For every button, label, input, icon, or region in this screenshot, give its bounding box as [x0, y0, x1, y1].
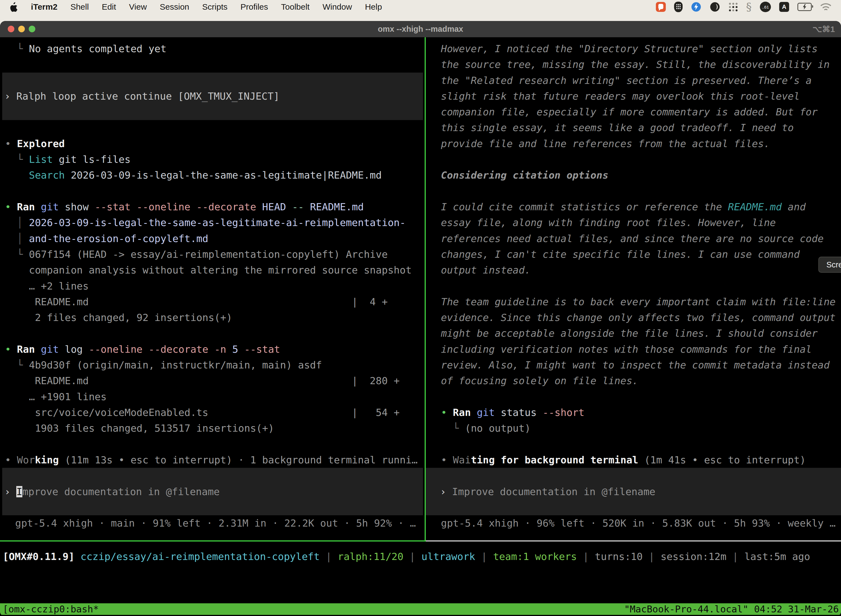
text-segment: and-the-erosion-of-copyleft.md	[29, 233, 208, 244]
text-segment: |	[727, 551, 744, 562]
text-segment: provide file and line references from th…	[441, 138, 770, 149]
menu-item-edit[interactable]: Edit	[102, 2, 116, 12]
terminal-line: └ 067f154 (HEAD -> essay/ai-reimplementa…	[5, 246, 425, 262]
terminal-line: However, I noticed the "Directory Struct…	[441, 41, 841, 57]
terminal-line: • Ran git log --oneline --decorate -n 5 …	[5, 342, 425, 357]
squiggle-icon[interactable]: §	[746, 0, 752, 13]
apple-menu-icon[interactable]	[9, 1, 19, 12]
left-prompt-input[interactable]: › Improve documentation in @filename	[2, 468, 423, 515]
text-segment: │	[5, 233, 29, 244]
terminal-line: … +2 lines	[5, 278, 425, 294]
bolt-badge-icon[interactable]	[691, 1, 701, 12]
menu-item-scripts[interactable]: Scripts	[202, 2, 228, 12]
terminal-line: might be acceptable alongside the file l…	[441, 326, 841, 341]
wifi-icon[interactable]	[820, 3, 832, 11]
terminal-line: • Explored	[5, 136, 425, 151]
terminal-line	[5, 326, 425, 341]
text-segment: Considering citation options	[441, 169, 608, 181]
text-segment: git ls-files	[59, 154, 130, 165]
menu-item-window[interactable]: Window	[322, 2, 352, 12]
text-segment: 2 files changed, 92 insertions(+)	[35, 312, 232, 323]
text-segment	[5, 407, 35, 418]
right-pane[interactable]: However, I noticed the "Directory Struct…	[426, 37, 841, 540]
text-segment	[5, 422, 35, 434]
text-segment: README.md | 4 +	[35, 296, 388, 308]
terminal-line: companion analysis without altering the …	[5, 262, 425, 278]
shield-icon[interactable]	[674, 1, 683, 12]
text-segment	[5, 264, 29, 276]
left-pane[interactable]: └ No agents completed yet › Ralph loop a…	[0, 37, 425, 540]
chat-bubble-icon[interactable]	[656, 2, 666, 12]
window-title: omx --xhigh --madmax	[0, 25, 841, 34]
text-segment: --stat	[244, 343, 280, 355]
battery-icon[interactable]	[797, 3, 812, 11]
terminal-line: Considering citation options	[441, 167, 841, 183]
menu-bar-status-icons: § ..61 A	[656, 0, 832, 13]
text-segment: I	[16, 486, 22, 497]
text-segment: evidence. Since this change only affects…	[441, 312, 835, 323]
terminal-line: • Working (11m 13s • esc to interrupt) ·…	[5, 452, 425, 468]
menu-item-session[interactable]: Session	[160, 2, 189, 12]
input-source-icon[interactable]: A	[779, 2, 789, 12]
terminal-line	[441, 278, 841, 294]
text-segment: •	[441, 407, 453, 418]
text-segment: the source tree, missing the essay. Stil…	[441, 59, 830, 70]
text-segment: 1903 files changed, 513517 insertions(+)	[35, 422, 274, 434]
terminal-line	[5, 120, 425, 136]
terminal-line	[441, 389, 841, 405]
menu-item-shell[interactable]: Shell	[70, 2, 89, 12]
text-segment: However, I noticed the "Directory Struct…	[441, 43, 818, 54]
text-segment: 4b9d30f (origin/main, instructkr/main, m…	[29, 359, 322, 371]
text-segment	[5, 169, 29, 181]
window-titlebar[interactable]: omx --xhigh --madmax ⌥⌘1	[0, 21, 841, 37]
text-segment: 2026-03-09-is-legal-the-same-as-legitima…	[29, 217, 406, 228]
tmux-session-label: [omx-cczip0:bash*	[3, 603, 99, 615]
text-segment: Wai	[453, 454, 471, 466]
terminal-line	[5, 436, 425, 452]
text-segment: README.md	[728, 201, 782, 213]
menu-item-profiles[interactable]: Profiles	[240, 2, 268, 12]
terminal-line: • Ran git show --stat --oneline --decora…	[5, 199, 425, 215]
terminal-line: output instead.	[441, 262, 841, 278]
text-segment: Explored	[17, 138, 64, 149]
moon-icon[interactable]	[710, 1, 720, 12]
terminal-line: slight risk that future readers may over…	[441, 88, 841, 104]
text-segment: git	[41, 201, 65, 213]
text-segment: --oneline	[89, 343, 148, 355]
text-segment: the "Related research writing" section i…	[441, 75, 812, 86]
text-segment: status	[501, 407, 543, 418]
right-prompt-input[interactable]: › Improve documentation in @filename	[426, 468, 841, 515]
text-segment: and	[782, 201, 806, 213]
terminal-line: 2 files changed, 92 insertions(+)	[5, 309, 425, 326]
text-segment: [OMX#0.11.9]	[3, 551, 81, 562]
text-segment: companion file, especially if more comme…	[441, 106, 818, 117]
terminal-line: … +1901 lines	[5, 389, 425, 405]
percent-badge-icon[interactable]: ..61	[760, 1, 771, 12]
text-segment: No agents completed yet	[29, 43, 167, 54]
text-segment: •	[441, 454, 453, 466]
text-segment: (11m 13s • esc to interrupt) · 1 backgro…	[59, 454, 418, 466]
text-segment: slight risk that future readers may over…	[441, 91, 800, 102]
text-segment: •	[5, 343, 17, 355]
text-segment: |	[403, 551, 421, 562]
text-segment: review. Also, I might want to inspect th…	[441, 359, 830, 371]
text-segment: │	[5, 217, 29, 228]
dots-grid-icon[interactable]	[728, 2, 738, 12]
terminal-line: README.md | 280 +	[5, 373, 425, 389]
menu-item-help[interactable]: Help	[365, 2, 382, 12]
ralph-loop-box: › Ralph loop active continue [OMX_TMUX_I…	[2, 73, 423, 120]
tmux-host-clock: "MacBook-Pro-44.local" 04:52 31-Mar-26	[624, 603, 839, 615]
text-segment: List	[29, 154, 59, 165]
text-segment: Ran	[17, 201, 41, 213]
terminal-line: • Ran git status --short	[441, 405, 841, 420]
inactive-pane-border	[426, 540, 841, 541]
menu-item-toolbelt[interactable]: Toolbelt	[281, 2, 309, 12]
text-segment: HEAD	[262, 201, 292, 213]
text-segment: mprove documentation in @filename	[22, 486, 220, 497]
text-segment: ›	[440, 486, 452, 497]
menu-item-iterm2[interactable]: iTerm2	[31, 2, 57, 12]
text-segment: git	[477, 407, 501, 418]
menu-item-view[interactable]: View	[129, 2, 147, 12]
terminal-line	[441, 436, 841, 452]
text-segment: README.md	[310, 201, 364, 213]
